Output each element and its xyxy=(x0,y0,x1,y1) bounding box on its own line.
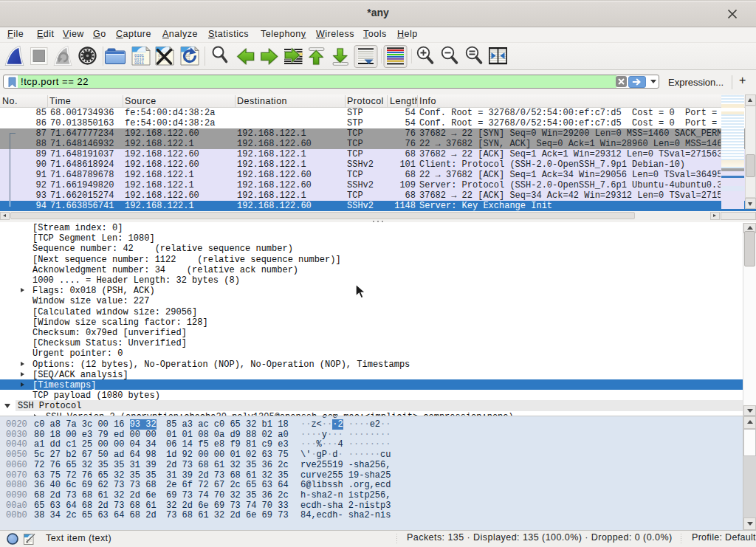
svg-text:0011: 0011 xyxy=(134,61,144,66)
